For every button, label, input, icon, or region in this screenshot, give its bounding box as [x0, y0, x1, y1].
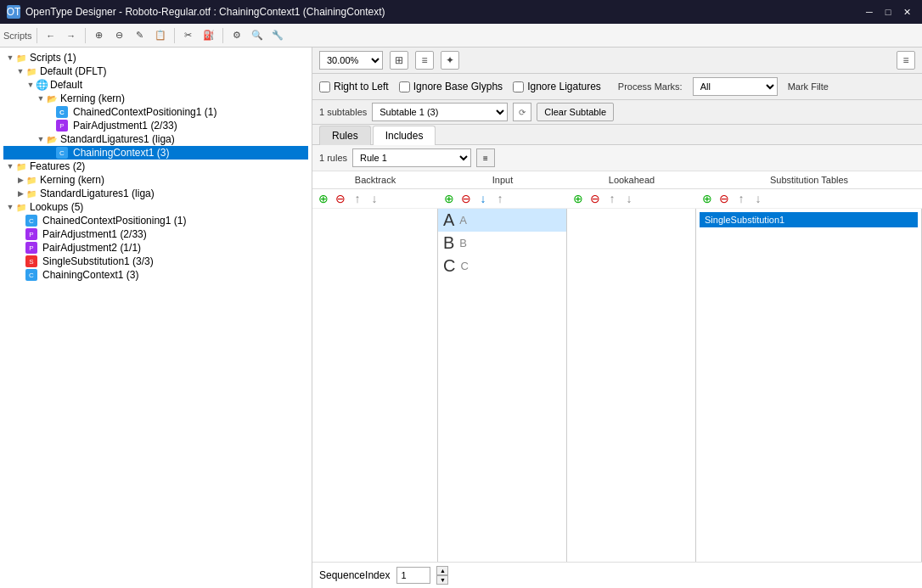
tree-item-dflt[interactable]: ▼ 📁 Default (DFLT) — [3, 64, 308, 78]
toolbar-copy[interactable]: 📋 — [151, 26, 170, 45]
tree-item-pair1[interactable]: P PairAdjustment1 (2/33) — [3, 119, 308, 132]
toolbar-paste[interactable]: ⛽ — [200, 26, 218, 45]
backtrack-down-btn[interactable]: ↓ — [367, 191, 382, 206]
subs-item-single1[interactable]: SingleSubstitution1 — [700, 212, 918, 227]
toolbar-settings[interactable]: ⚙ — [228, 26, 246, 45]
maximize-button[interactable]: □ — [880, 4, 897, 20]
main-toolbar: Scripts ← → ⊕ ⊖ ✎ 📋 ✂ ⛽ ⚙ 🔍 🔧 — [0, 24, 922, 48]
seq-index-up[interactable]: ▲ — [436, 566, 448, 575]
tree-item-feat-liga[interactable]: ▶ 📁 StandardLigatures1 (liga) — [3, 187, 308, 200]
toolbar-remove[interactable]: ⊖ — [110, 26, 129, 45]
rule-select[interactable]: Rule 1 — [352, 148, 471, 167]
lookahead-add-btn[interactable]: ⊕ — [571, 191, 586, 206]
rules-count: 1 rules — [319, 153, 347, 163]
top-right-btn[interactable]: ≡ — [897, 51, 915, 70]
toggle-features[interactable]: ▼ — [5, 161, 15, 171]
toggle-liga[interactable]: ▼ — [36, 134, 46, 144]
chain1-label: ChainingContext1 (3) — [73, 147, 169, 159]
toggle-feat-liga[interactable]: ▶ — [15, 188, 25, 199]
clear-subtable-btn[interactable]: Clear Subtable — [537, 103, 614, 121]
input-up-btn[interactable]: ↑ — [492, 191, 508, 206]
lookahead-up-btn[interactable]: ↑ — [604, 191, 620, 206]
seq-index-input[interactable] — [396, 567, 430, 584]
input-add-btn[interactable]: ⊕ — [441, 191, 457, 206]
tree-item-look-chain2[interactable]: C ChainingContext1 (3) — [3, 268, 308, 282]
chain1-icon: C — [56, 147, 68, 159]
input-item-A[interactable]: A A — [438, 209, 566, 232]
tab-includes[interactable]: Includes — [373, 126, 436, 145]
right-to-left-label[interactable]: Right to Left — [319, 81, 389, 92]
toolbar-edit[interactable]: ✎ — [131, 26, 149, 45]
tree-item-feat-kern[interactable]: ▶ 📁 Kerning (kern) — [3, 173, 308, 187]
backtrack-up-btn[interactable]: ↑ — [350, 191, 365, 206]
tree-item-scripts[interactable]: ▼ 📁 Scripts (1) — [3, 51, 308, 64]
lookahead-remove-btn[interactable]: ⊖ — [587, 191, 603, 206]
minimize-button[interactable]: ─ — [861, 4, 878, 20]
backtrack-add-btn[interactable]: ⊕ — [316, 191, 331, 206]
kerning-label: Kerning (kern) — [60, 92, 125, 104]
input-remove-btn[interactable]: ⊖ — [458, 191, 474, 206]
tree-item-chain1-selected[interactable]: C ChainingContext1 (3) — [3, 146, 308, 160]
tab-rules[interactable]: Rules — [319, 126, 371, 145]
look-single-icon: S — [25, 255, 37, 267]
tree-item-chainpos1[interactable]: C ChainedContextPositioning1 (1) — [3, 105, 308, 119]
subs-down-btn[interactable]: ↓ — [751, 191, 766, 206]
toolbar-tools[interactable]: 🔧 — [268, 26, 287, 45]
subtable-refresh-btn[interactable]: ⟳ — [513, 103, 531, 121]
seq-index-down[interactable]: ▼ — [436, 575, 448, 585]
tree-item-features[interactable]: ▼ 📁 Features (2) — [3, 160, 308, 173]
toggle-lookups[interactable]: ▼ — [5, 202, 15, 212]
chainpos1-label: ChainedContextPositioning1 (1) — [73, 106, 216, 118]
rule-list-btn[interactable]: ≡ — [476, 148, 495, 167]
toolbar-forward[interactable]: → — [62, 26, 81, 45]
tree-item-liga[interactable]: ▼ 📂 StandardLigatures1 (liga) — [3, 132, 308, 146]
tree-item-look-pair2[interactable]: P PairAdjustment2 (1/1) — [3, 241, 308, 255]
toolbar-add[interactable]: ⊕ — [90, 26, 109, 45]
look-pair1-icon: P — [25, 228, 37, 240]
tree-item-default[interactable]: ▼ 🌐 Default — [3, 78, 308, 92]
close-button[interactable]: ✕ — [898, 4, 915, 20]
input-item-C[interactable]: C C — [438, 255, 566, 277]
input-item-B[interactable]: B B — [438, 232, 566, 255]
tree-item-look-pair1[interactable]: P PairAdjustment1 (2/33) — [3, 227, 308, 241]
ignore-liga-label[interactable]: Ignore Ligatures — [513, 81, 601, 92]
lookups-label: Lookups (5) — [30, 201, 83, 213]
ignore-base-label[interactable]: Ignore Base Glyphs — [399, 81, 503, 92]
seq-index-spinner[interactable]: ▲ ▼ — [436, 566, 448, 585]
subtable-select[interactable]: Subtable 1 (3) — [372, 103, 508, 121]
tree-item-look-single[interactable]: S SingleSubstitution1 (3/3) — [3, 255, 308, 268]
right-to-left-checkbox[interactable] — [319, 81, 330, 92]
grid-btn[interactable]: ≡ — [415, 51, 434, 70]
look-pair2-icon: P — [25, 242, 37, 254]
process-marks-select[interactable]: All None Custom — [693, 77, 778, 96]
backtrack-remove-btn[interactable]: ⊖ — [333, 191, 348, 206]
zoom-select[interactable]: 30.00% 50.00% 100% — [319, 51, 383, 70]
ignore-base-checkbox[interactable] — [399, 81, 410, 92]
subs-up-btn[interactable]: ↑ — [734, 191, 749, 206]
toggle-feat-kern[interactable]: ▶ — [15, 175, 25, 185]
toggle-dflt[interactable]: ▼ — [15, 66, 25, 76]
toggle-scripts[interactable]: ▼ — [5, 53, 15, 63]
zoom-fit-btn[interactable]: ⊞ — [390, 51, 408, 70]
toolbar-sep-3 — [174, 28, 175, 43]
lookahead-down-btn[interactable]: ↓ — [621, 191, 637, 206]
snap-btn[interactable]: ✦ — [441, 51, 459, 70]
toggle-look-pair1 — [15, 229, 25, 239]
window-controls[interactable]: ─ □ ✕ — [861, 4, 915, 20]
toggle-default[interactable]: ▼ — [25, 80, 36, 90]
toggle-look-chain1 — [15, 216, 25, 226]
subs-add-btn[interactable]: ⊕ — [700, 191, 715, 206]
glyph-C-big: C — [443, 256, 455, 276]
toolbar-search[interactable]: 🔍 — [248, 26, 267, 45]
tree-item-kerning[interactable]: ▼ 📂 Kerning (kern) — [3, 92, 308, 105]
toolbar-back[interactable]: ← — [42, 26, 60, 45]
toolbar-sep-2 — [85, 28, 86, 43]
tree-item-look-chain1[interactable]: C ChainedContextPositioning1 (1) — [3, 214, 308, 227]
ignore-liga-checkbox[interactable] — [513, 81, 524, 92]
tree-item-lookups[interactable]: ▼ 📁 Lookups (5) — [3, 200, 308, 214]
toolbar-cut[interactable]: ✂ — [179, 26, 198, 45]
col-header-lookahead: Lookahead — [567, 175, 696, 185]
toggle-kerning[interactable]: ▼ — [36, 93, 46, 104]
subs-remove-btn[interactable]: ⊖ — [717, 191, 732, 206]
input-down-btn[interactable]: ↓ — [475, 191, 491, 206]
